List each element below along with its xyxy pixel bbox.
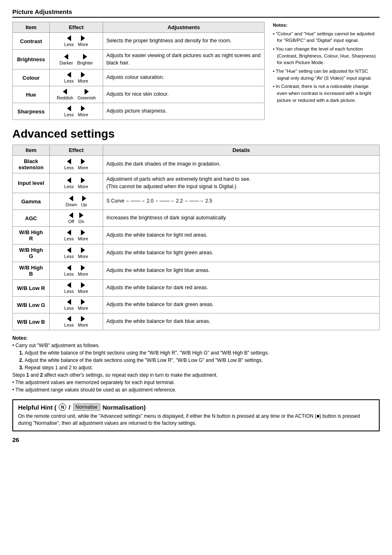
picture-row: Colour Less More Adjusts colour saturati… <box>13 69 265 86</box>
gamma-text: S Curve ←——→ 2.0 ←——→ 2.2 ←——→ 2.5 <box>106 198 212 204</box>
advanced-effect: Less More <box>50 244 103 262</box>
arrow-right-icon <box>85 89 89 94</box>
advanced-item: W/B HighR <box>13 227 50 244</box>
picture-effect: Less More <box>50 103 103 120</box>
left-label: Less <box>64 272 74 276</box>
advanced-row: Gamma Down Up S Curve ←——→ 2.0 ←——→ 2.2 … <box>13 193 380 210</box>
picture-adjustment: Selects the proper brightness and densit… <box>103 33 265 50</box>
right-arrow-group: On <box>78 212 84 224</box>
arrow-left-icon <box>69 196 73 201</box>
adv-col-item: Item <box>13 145 50 156</box>
hint-title: Helpful Hint ( N / Normalise Normalisati… <box>18 403 374 411</box>
notes1-item: In Contrast, there is not a noticeable c… <box>273 83 380 104</box>
right-arrow-group: More <box>78 177 88 189</box>
advanced-effect: Less More <box>50 297 103 313</box>
advanced-detail: Adjusts the white balance for light gree… <box>103 244 380 262</box>
advanced-detail: Adjustment of parts which are extremely … <box>103 173 380 193</box>
picture-item: Colour <box>13 69 50 86</box>
adv-col-effect: Effect <box>50 145 103 156</box>
right-label: More <box>78 78 88 83</box>
left-label: Less <box>64 165 74 170</box>
left-arrow-group: Darker <box>60 54 73 65</box>
hint-slash: / <box>69 404 70 411</box>
notes1-item: "Colour" and "Hue" settings cannot be ad… <box>273 30 380 44</box>
right-arrow-group: More <box>78 265 88 276</box>
picture-row: Brightness Darker Brighter Adjusts for e… <box>13 50 265 69</box>
left-arrow-group: Less <box>64 247 74 259</box>
arrow-right-icon <box>81 230 85 235</box>
arrow-right-icon <box>81 316 85 322</box>
arrow-right-icon <box>81 177 85 183</box>
notes2-body: • Carry out "W/B" adjustment as follows.… <box>12 342 380 394</box>
right-label: More <box>78 306 88 311</box>
right-arrow-group: More <box>78 299 88 311</box>
right-arrow-group: More <box>78 316 88 327</box>
advanced-row: AGC Off On Increases the brightness of d… <box>13 210 380 227</box>
advanced-row: W/B HighR Less More Adjusts the white ba… <box>13 227 380 244</box>
normalise-button-label: Normalise <box>73 403 100 411</box>
advanced-effect: Less More <box>50 156 103 173</box>
picture-adjustment: Adjusts for easier viewing of dark pictu… <box>103 50 265 69</box>
arrow-left-icon <box>67 282 71 288</box>
advanced-detail: Adjusts the white balance for dark red a… <box>103 280 380 297</box>
notes1-item: The "Hue" setting can be adjusted for NT… <box>273 68 380 81</box>
notes2-carry-out: • Carry out "W/B" adjustment as follows.… <box>12 342 380 379</box>
arrow-left-icon <box>67 316 71 322</box>
advanced-title: Advanced settings <box>12 127 380 140</box>
left-label: Down <box>65 202 77 207</box>
arrow-right-icon <box>83 54 87 60</box>
left-arrow-group: Less <box>64 72 74 83</box>
right-arrow-group: More <box>78 72 88 83</box>
left-label: Less <box>64 112 74 117</box>
left-label: Darker <box>60 60 73 65</box>
arrow-left-icon <box>67 265 71 271</box>
right-label: On <box>78 219 84 224</box>
arrow-right-icon <box>81 159 85 164</box>
left-label: Less <box>64 289 74 294</box>
notes2-step: Repeat steps 1 and 2 to adjust. <box>25 364 380 371</box>
left-arrow-group: Reddish <box>57 89 73 100</box>
advanced-detail: Adjusts the white balance for dark green… <box>103 297 380 313</box>
left-label: Less <box>64 254 74 259</box>
advanced-item: Blackextension <box>13 156 50 173</box>
advanced-detail: Adjusts the white balance for dark blue … <box>103 313 380 330</box>
left-label: Less <box>64 78 74 83</box>
arrow-left-icon <box>67 177 71 183</box>
left-label: Less <box>64 236 74 241</box>
left-label: Less <box>64 322 74 327</box>
arrow-right-icon <box>81 35 85 41</box>
arrow-left-icon <box>67 106 71 111</box>
right-label: More <box>78 184 88 189</box>
arrow-right-icon <box>79 212 83 218</box>
right-arrow-group: More <box>78 247 88 259</box>
picture-item: Contrast <box>13 33 50 50</box>
advanced-item: W/B Low B <box>13 313 50 330</box>
advanced-detail: S Curve ←——→ 2.0 ←——→ 2.2 ←——→ 2.5 <box>103 193 380 210</box>
right-arrow-group: More <box>78 230 88 241</box>
right-label: Greenish <box>77 95 96 100</box>
right-label: More <box>78 42 88 47</box>
left-arrow-group: Down <box>65 196 77 207</box>
right-arrow-group: More <box>78 282 88 294</box>
right-label: More <box>78 165 88 170</box>
advanced-effect: Off On <box>50 210 103 227</box>
left-arrow-group: Less <box>64 177 74 189</box>
adv-col-detail: Details <box>103 145 380 156</box>
advanced-item: W/B HighG <box>13 244 50 262</box>
left-arrow-group: Less <box>64 299 74 311</box>
left-label: Less <box>64 306 74 311</box>
advanced-effect: Less More <box>50 227 103 244</box>
arrow-left-icon <box>67 35 71 41</box>
notes1-box: Notes: "Colour" and "Hue" settings canno… <box>273 22 380 120</box>
advanced-item: Input level <box>13 173 50 193</box>
advanced-effect: Less More <box>50 173 103 193</box>
advanced-item: W/B HighB <box>13 262 50 280</box>
advanced-row: Input level Less More Adjustment of part… <box>13 173 380 193</box>
arrow-right-icon <box>81 72 85 78</box>
advanced-item: W/B Low G <box>13 297 50 313</box>
left-arrow-group: Less <box>64 316 74 327</box>
notes2-steps: Adjust the white balance of the bright s… <box>25 349 380 371</box>
advanced-row: W/B Low B Less More Adjusts the white ba… <box>13 313 380 330</box>
right-label: More <box>78 289 88 294</box>
right-label: More <box>78 236 88 241</box>
